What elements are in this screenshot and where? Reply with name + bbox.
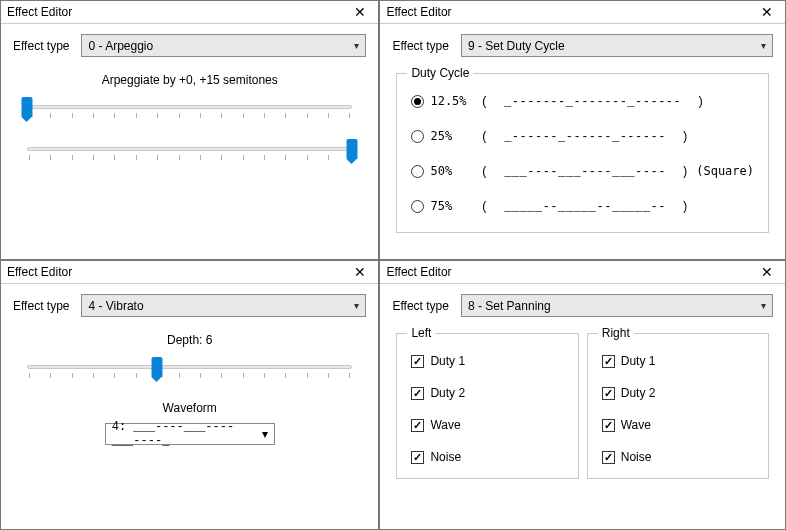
checkbox-icon[interactable] — [411, 419, 424, 432]
left-duty-1[interactable]: Duty 1 — [411, 354, 563, 368]
right-noise[interactable]: Noise — [602, 450, 754, 464]
right-duty-1[interactable]: Duty 1 — [602, 354, 754, 368]
left-noise[interactable]: Noise — [411, 450, 563, 464]
effect-type-label: Effect type — [13, 39, 69, 53]
left-wave[interactable]: Wave — [411, 418, 563, 432]
duty-cycle-legend: Duty Cycle — [407, 66, 473, 80]
left-duty-2[interactable]: Duty 2 — [411, 386, 563, 400]
right-wave[interactable]: Wave — [602, 418, 754, 432]
window-title: Effect Editor — [7, 265, 72, 279]
arpeggio-slider-2[interactable] — [27, 141, 352, 165]
chevron-down-icon: ▾ — [761, 300, 766, 311]
checkbox-icon[interactable] — [411, 355, 424, 368]
effect-type-value: 9 - Set Duty Cycle — [468, 39, 565, 53]
chevron-down-icon: ▾ — [761, 40, 766, 51]
slider-thumb[interactable] — [22, 97, 33, 117]
effect-type-value: 4 - Vibrato — [88, 299, 143, 313]
effect-type-label: Effect type — [13, 299, 69, 313]
arpeggio-slider-1[interactable] — [27, 99, 352, 123]
panel-panning: Effect Editor ✕ Effect type 8 - Set Pann… — [379, 260, 786, 530]
checkbox-icon[interactable] — [411, 387, 424, 400]
left-legend: Left — [407, 326, 435, 340]
window-title: Effect Editor — [386, 265, 451, 279]
effect-type-label: Effect type — [392, 299, 448, 313]
titlebar: Effect Editor ✕ — [380, 261, 785, 284]
chevron-down-icon: ▾ — [354, 40, 359, 51]
duty-option-25[interactable]: 25% ( _------_------_------ ) — [411, 129, 754, 144]
waveform-value: 4: ___----___----___----_ — [112, 420, 262, 448]
effect-type-select[interactable]: 4 - Vibrato ▾ — [81, 294, 366, 317]
close-icon[interactable]: ✕ — [757, 264, 777, 280]
window-title: Effect Editor — [386, 5, 451, 19]
checkbox-icon[interactable] — [602, 387, 615, 400]
radio-icon[interactable] — [411, 200, 424, 213]
effect-type-value: 0 - Arpeggio — [88, 39, 153, 53]
duty-cycle-group: Duty Cycle 12.5% ( _-------_-------_----… — [396, 73, 769, 233]
effect-type-select[interactable]: 9 - Set Duty Cycle ▾ — [461, 34, 773, 57]
slider-thumb[interactable] — [347, 139, 358, 159]
slider-thumb[interactable] — [152, 357, 163, 377]
panning-right-group: Right Duty 1 Duty 2 Wave Noise — [587, 333, 769, 479]
checkbox-icon[interactable] — [602, 451, 615, 464]
radio-icon[interactable] — [411, 95, 424, 108]
depth-slider[interactable] — [27, 359, 352, 383]
panning-left-group: Left Duty 1 Duty 2 Wave Noise — [396, 333, 578, 479]
effect-type-value: 8 - Set Panning — [468, 299, 551, 313]
close-icon[interactable]: ✕ — [350, 4, 370, 20]
waveform-label: Waveform — [13, 401, 366, 415]
window-title: Effect Editor — [7, 5, 72, 19]
checkbox-icon[interactable] — [602, 419, 615, 432]
chevron-down-icon: ▾ — [262, 427, 268, 441]
right-duty-2[interactable]: Duty 2 — [602, 386, 754, 400]
checkbox-icon[interactable] — [602, 355, 615, 368]
close-icon[interactable]: ✕ — [757, 4, 777, 20]
checkbox-icon[interactable] — [411, 451, 424, 464]
radio-icon[interactable] — [411, 165, 424, 178]
chevron-down-icon: ▾ — [354, 300, 359, 311]
duty-option-50[interactable]: 50% ( ___----___----___---- ) (Square) — [411, 164, 754, 179]
effect-type-select[interactable]: 0 - Arpeggio ▾ — [81, 34, 366, 57]
duty-option-75[interactable]: 75% ( _____--_____--_____-- ) — [411, 199, 754, 214]
effect-type-label: Effect type — [392, 39, 448, 53]
right-legend: Right — [598, 326, 634, 340]
effect-type-select[interactable]: 8 - Set Panning ▾ — [461, 294, 773, 317]
close-icon[interactable]: ✕ — [350, 264, 370, 280]
duty-option-12-5[interactable]: 12.5% ( _-------_-------_------ ) — [411, 94, 754, 109]
depth-label: Depth: 6 — [13, 333, 366, 347]
radio-icon[interactable] — [411, 130, 424, 143]
titlebar: Effect Editor ✕ — [1, 1, 378, 24]
panel-duty-cycle: Effect Editor ✕ Effect type 9 - Set Duty… — [379, 0, 786, 260]
waveform-select[interactable]: 4: ___----___----___----_ ▾ — [105, 423, 275, 445]
panel-vibrato: Effect Editor ✕ Effect type 4 - Vibrato … — [0, 260, 379, 530]
titlebar: Effect Editor ✕ — [1, 261, 378, 284]
panel-arpeggio: Effect Editor ✕ Effect type 0 - Arpeggio… — [0, 0, 379, 260]
arpeggio-description: Arpeggiate by +0, +15 semitones — [13, 73, 366, 87]
titlebar: Effect Editor ✕ — [380, 1, 785, 24]
